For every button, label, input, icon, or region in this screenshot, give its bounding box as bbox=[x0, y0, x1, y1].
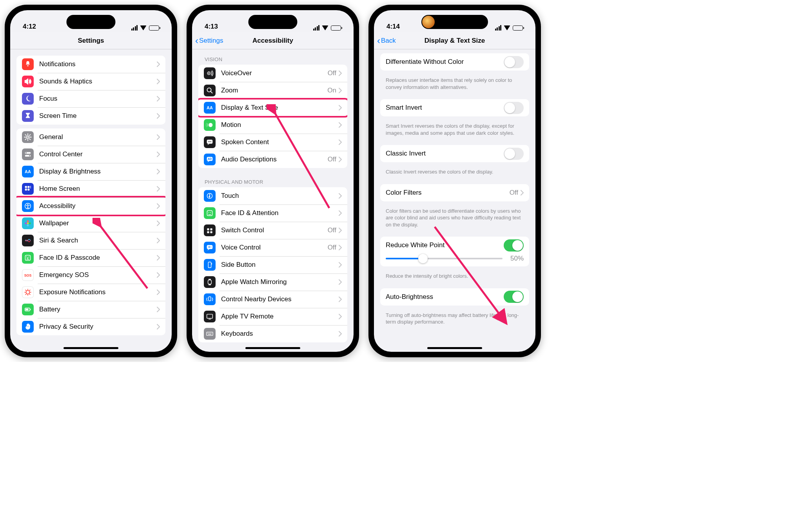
content-3[interactable]: Differentiate Without ColorReplaces user… bbox=[374, 49, 535, 351]
settings-row-general[interactable]: General bbox=[16, 128, 165, 146]
motion-icon bbox=[204, 119, 216, 131]
row-label: Accessibility bbox=[39, 202, 157, 210]
svg-rect-11 bbox=[30, 187, 31, 188]
toggle-switch[interactable] bbox=[504, 102, 524, 114]
chevron-right-icon bbox=[157, 255, 160, 261]
toggle-switch[interactable] bbox=[504, 56, 524, 68]
dynamic-island bbox=[421, 15, 488, 29]
content-1[interactable]: NotificationsSounds & HapticsFocusScreen… bbox=[10, 49, 172, 352]
battery-icon bbox=[513, 25, 523, 31]
svg-rect-46 bbox=[207, 231, 209, 233]
back-label: Back bbox=[381, 37, 396, 45]
zoom-icon bbox=[204, 85, 216, 96]
chevron-left-icon: ‹ bbox=[195, 36, 198, 45]
settings-row-screen-time[interactable]: Screen Time bbox=[16, 107, 165, 125]
settings-row-face-id-and-attention[interactable]: Face ID & Attention bbox=[198, 204, 347, 222]
settings-row-apple-tv-remote[interactable]: Apple TV Remote bbox=[198, 308, 347, 325]
content-2[interactable]: VISIONVoiceOverOffZoomOnAADisplay & Text… bbox=[192, 49, 354, 352]
settings-row-display-and-brightness[interactable]: AADisplay & Brightness bbox=[16, 163, 165, 180]
chevron-right-icon bbox=[521, 190, 524, 195]
settings-row-wallpaper[interactable]: Wallpaper bbox=[16, 215, 165, 232]
settings-row-spoken-content[interactable]: Spoken Content bbox=[198, 134, 347, 151]
settings-row-focus[interactable]: Focus bbox=[16, 90, 165, 107]
settings-row-display-and-text-size[interactable]: AADisplay & Text Size bbox=[198, 99, 347, 116]
row-label: Siri & Search bbox=[39, 237, 157, 244]
settings-row-control-nearby-devices[interactable]: Control Nearby Devices bbox=[198, 291, 347, 308]
settings-row-battery[interactable]: Battery bbox=[16, 301, 165, 318]
settings-row-voiceover[interactable]: VoiceOverOff bbox=[198, 65, 347, 82]
wifi-icon bbox=[504, 25, 510, 31]
svg-rect-7 bbox=[25, 188, 27, 190]
slider-thumb[interactable] bbox=[418, 254, 428, 263]
chevron-right-icon bbox=[339, 245, 342, 250]
chevron-right-icon bbox=[339, 331, 342, 337]
settings-row-notifications[interactable]: Notifications bbox=[16, 56, 165, 73]
settings-row-control-center[interactable]: Control Center bbox=[16, 146, 165, 163]
chevron-right-icon bbox=[157, 79, 160, 84]
back-button[interactable]: ‹ Settings bbox=[195, 32, 223, 49]
settings-row-reduce-white-point[interactable]: Reduce White Point bbox=[380, 237, 529, 254]
back-button[interactable]: ‹ Back bbox=[377, 32, 396, 49]
row-label: Display & Brightness bbox=[39, 168, 157, 176]
toggle-switch[interactable] bbox=[504, 291, 524, 303]
settings-row-face-id-and-passcode[interactable]: Face ID & Passcode bbox=[16, 249, 165, 266]
settings-row-emergency-sos[interactable]: SOSEmergency SOS bbox=[16, 266, 165, 284]
svg-point-18 bbox=[29, 222, 31, 224]
row-label: General bbox=[39, 133, 157, 141]
row-label: Auto-Brightness bbox=[386, 293, 504, 301]
settings-row-side-button[interactable]: Side Button bbox=[198, 256, 347, 273]
settings-group: Smart Invert bbox=[380, 99, 529, 116]
row-label: Battery bbox=[39, 306, 157, 313]
settings-row-siri-and-search[interactable]: Siri & Search bbox=[16, 232, 165, 249]
settings-row-classic-invert[interactable]: Classic Invert bbox=[380, 145, 529, 162]
row-label: Zoom bbox=[221, 87, 327, 94]
settings-row-touch[interactable]: Touch bbox=[198, 187, 347, 204]
nav-bar: ‹ Back Display & Text Size bbox=[374, 32, 535, 49]
settings-row-keyboards[interactable]: Keyboards bbox=[198, 325, 347, 342]
settings-row-sounds-and-haptics[interactable]: Sounds & Haptics bbox=[16, 73, 165, 90]
toggle-switch[interactable] bbox=[504, 148, 524, 160]
kbd-icon bbox=[204, 328, 216, 340]
settings-row-accessibility[interactable]: Accessibility bbox=[16, 197, 165, 215]
settings-group: VoiceOverOffZoomOnAADisplay & Text SizeM… bbox=[198, 65, 347, 168]
settings-row-privacy-and-security[interactable]: Privacy & Security bbox=[16, 318, 165, 335]
live-activity-icon bbox=[422, 16, 435, 28]
watch-icon bbox=[204, 276, 216, 288]
settings-row-home-screen[interactable]: Home Screen bbox=[16, 180, 165, 197]
settings-group: TouchFace ID & AttentionSwitch ControlOf… bbox=[198, 187, 347, 342]
row-label: Classic Invert bbox=[386, 150, 504, 157]
row-label: Differentiate Without Color bbox=[386, 58, 504, 66]
slider-track[interactable] bbox=[386, 258, 503, 259]
chevron-left-icon: ‹ bbox=[377, 36, 380, 45]
settings-row-switch-control[interactable]: Switch ControlOff bbox=[198, 222, 347, 239]
home-indicator[interactable] bbox=[427, 347, 482, 349]
settings-row-audio-descriptions[interactable]: ADAudio DescriptionsOff bbox=[198, 151, 347, 168]
row-value: Off bbox=[328, 226, 336, 234]
svg-point-35 bbox=[208, 141, 209, 142]
settings-row-apple-watch-mirroring[interactable]: Apple Watch Mirroring bbox=[198, 273, 347, 291]
chevron-right-icon bbox=[339, 262, 342, 268]
settings-row-motion[interactable]: Motion bbox=[198, 116, 347, 134]
home-indicator[interactable] bbox=[245, 347, 300, 349]
chevron-right-icon bbox=[339, 139, 342, 145]
switches-icon bbox=[22, 148, 34, 160]
svg-rect-53 bbox=[209, 284, 211, 285]
settings-row-auto-brightness[interactable]: Auto-Brightness bbox=[380, 288, 529, 306]
toggle-switch[interactable] bbox=[504, 239, 524, 252]
chevron-right-icon bbox=[157, 324, 160, 329]
settings-group: GeneralControl CenterAADisplay & Brightn… bbox=[16, 128, 165, 335]
settings-row-voice-control[interactable]: Voice ControlOff bbox=[198, 239, 347, 256]
screen-2: 4:13 ‹ Settings Accessibility VISIONVoic… bbox=[192, 10, 354, 352]
section-header: VISION bbox=[192, 49, 354, 65]
settings-row-color-filters[interactable]: Color FiltersOff bbox=[380, 184, 529, 201]
row-label: Display & Text Size bbox=[221, 104, 339, 112]
settings-row-smart-invert[interactable]: Smart Invert bbox=[380, 99, 529, 116]
svg-point-43 bbox=[210, 212, 211, 213]
status-time: 4:13 bbox=[205, 23, 218, 31]
settings-row-exposure-notifications[interactable]: Exposure Notifications bbox=[16, 284, 165, 301]
home-indicator[interactable] bbox=[64, 347, 118, 349]
settings-row-differentiate-without-color[interactable]: Differentiate Without Color bbox=[380, 53, 529, 71]
svg-point-16 bbox=[27, 224, 29, 226]
settings-row-zoom[interactable]: ZoomOn bbox=[198, 82, 347, 99]
svg-rect-47 bbox=[210, 231, 212, 233]
